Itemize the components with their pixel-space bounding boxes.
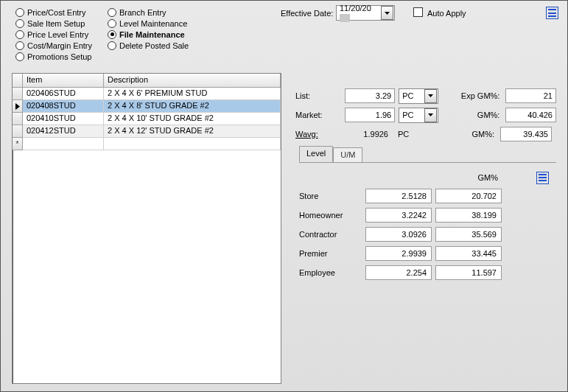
table-row[interactable]: 020412STUD 2 X 4 X 12' STUD GRADE #2 [13, 125, 281, 138]
svg-marker-1 [15, 103, 20, 110]
level-price-input[interactable]: 3.0926 [365, 227, 432, 242]
wavg-row: Wavg: 1.9926 PC GM%: 39.435 [295, 125, 556, 144]
radio-file-maintenance[interactable]: File Maintenance [108, 29, 189, 40]
app-window: Price/Cost Entry Sale Item Setup Price L… [0, 0, 568, 392]
column-header-item[interactable]: Item [23, 74, 104, 88]
level-row-employee: Employee 2.254 11.597 [299, 263, 556, 282]
level-row-homeowner: Homeowner 3.2242 38.199 [299, 206, 556, 225]
items-grid[interactable]: Item Description 020406STUD 2 X 4 X 6' P… [12, 73, 281, 384]
content-area: Item Description 020406STUD 2 X 4 X 6' P… [12, 73, 556, 384]
level-price-input[interactable]: 3.2242 [365, 208, 432, 223]
level-label: Store [299, 192, 362, 200]
new-row-icon: * [16, 140, 19, 148]
level-label: Contractor [299, 230, 362, 239]
chevron-down-icon [385, 12, 390, 15]
gm2-input[interactable]: 39.435 [500, 127, 552, 141]
table-new-row[interactable]: * [13, 138, 281, 150]
svg-marker-0 [385, 12, 390, 15]
radio-promotions-setup[interactable]: Promotions Setup [15, 51, 92, 62]
table-row[interactable]: 020410STUD 2 X 4 X 10' STUD GRADE #2 [13, 113, 281, 125]
effective-date-input[interactable]: 11/20/20 [336, 5, 395, 21]
level-gm-input[interactable]: 11.597 [435, 265, 502, 280]
level-gm-input[interactable]: 35.569 [435, 227, 502, 242]
menu-button[interactable] [546, 7, 558, 19]
exp-gm-label: Exp GM%: [449, 91, 499, 100]
cell-item[interactable]: 020412STUD [23, 125, 104, 138]
gm1-input[interactable]: 40.426 [505, 108, 556, 122]
levels-section: GM% Store 2.5128 20.702 Homeowner 3.2242… [299, 169, 556, 282]
level-label: Employee [299, 268, 362, 277]
grid-header-row: Item Description [13, 74, 281, 88]
radio-delete-posted-sale[interactable]: Delete Posted Sale [108, 40, 189, 51]
masked-year [340, 14, 350, 22]
level-row-contractor: Contractor 3.0926 35.569 [299, 225, 556, 244]
radio-branch-entry[interactable]: Branch Entry [108, 7, 189, 18]
exp-gm-input[interactable]: 21 [505, 88, 556, 103]
level-price-input[interactable]: 2.5128 [365, 189, 432, 203]
level-price-input[interactable]: 2.9939 [365, 246, 432, 261]
row-header[interactable] [13, 88, 23, 100]
level-price-input[interactable]: 2.254 [365, 265, 432, 280]
row-header[interactable] [13, 125, 23, 138]
wavg-label: Wavg: [295, 130, 340, 139]
table-row[interactable]: 020406STUD 2 X 4 X 6' PREMIUM STUD [13, 88, 281, 100]
cell-item[interactable]: 020410STUD [23, 113, 104, 125]
tab-um[interactable]: U/M [333, 147, 362, 163]
effective-date-label: Effective Date: [281, 9, 333, 18]
radio-level-maintenance[interactable]: Level Maintenance [108, 18, 189, 29]
wavg-value: 1.9926 [340, 130, 391, 139]
gm-column-header: GM% [478, 173, 499, 182]
cell-item[interactable] [23, 138, 104, 150]
grid-corner [13, 74, 23, 88]
dropdown-button[interactable] [424, 108, 437, 122]
tab-strip: Level U/M [299, 147, 556, 163]
row-header[interactable] [13, 100, 23, 113]
level-row-store: Store 2.5128 20.702 [299, 186, 556, 206]
level-gm-input[interactable]: 33.445 [435, 246, 502, 261]
list-label: List: [295, 91, 339, 100]
chevron-down-icon [428, 113, 433, 116]
cell-desc[interactable]: 2 X 4 X 6' PREMIUM STUD [104, 88, 281, 100]
mode-radio-group-1: Price/Cost Entry Sale Item Setup Price L… [15, 7, 92, 62]
row-pointer-icon [15, 103, 20, 110]
market-label: Market: [295, 111, 339, 119]
radio-price-cost-entry[interactable]: Price/Cost Entry [15, 7, 92, 18]
column-header-description[interactable]: Description [104, 74, 281, 88]
auto-apply-checkbox[interactable] [413, 7, 423, 17]
levels-menu-button[interactable] [536, 172, 549, 184]
dropdown-button[interactable] [424, 89, 437, 103]
cell-item[interactable]: 020406STUD [23, 88, 104, 100]
gm2-label: GM%: [443, 130, 494, 139]
list-unit-select[interactable]: PC [399, 88, 438, 104]
level-label: Premier [299, 249, 362, 258]
market-unit-select[interactable]: PC [399, 108, 438, 123]
cell-desc[interactable] [104, 138, 281, 150]
table-row[interactable]: 020408STUD 2 X 4 X 8' STUD GRADE #2 [13, 100, 281, 113]
menu-icon [548, 9, 556, 10]
menu-icon [539, 174, 547, 175]
level-label: Homeowner [299, 211, 362, 220]
row-header[interactable]: * [13, 138, 23, 150]
level-gm-input[interactable]: 20.702 [435, 189, 502, 203]
row-header[interactable] [13, 113, 23, 125]
mode-radio-group-2: Branch Entry Level Maintenance File Main… [108, 7, 189, 51]
cell-desc[interactable]: 2 X 4 X 8' STUD GRADE #2 [104, 100, 281, 113]
tab-level[interactable]: Level [299, 146, 333, 162]
gm-label: GM%: [449, 111, 499, 119]
radio-sale-item-setup[interactable]: Sale Item Setup [15, 18, 92, 29]
chevron-down-icon [428, 94, 433, 97]
radio-price-level-entry[interactable]: Price Level Entry [15, 29, 92, 40]
market-value-input[interactable]: 1.96 [345, 108, 396, 122]
radio-cost-margin-entry[interactable]: Cost/Margin Entry [15, 40, 92, 51]
list-value-input[interactable]: 3.29 [345, 88, 396, 103]
svg-marker-2 [428, 94, 433, 97]
level-gm-input[interactable]: 38.199 [435, 208, 502, 223]
levels-header: GM% [299, 169, 556, 186]
wavg-unit: PC [391, 130, 432, 139]
cell-desc[interactable]: 2 X 4 X 12' STUD GRADE #2 [104, 125, 281, 138]
level-row-premier: Premier 2.9939 33.445 [299, 244, 556, 263]
cell-desc[interactable]: 2 X 4 X 10' STUD GRADE #2 [104, 113, 281, 125]
date-dropdown-button[interactable] [381, 6, 393, 20]
cell-item[interactable]: 020408STUD [23, 100, 104, 113]
list-row: List: 3.29 PC Exp GM%: 21 [295, 86, 556, 105]
